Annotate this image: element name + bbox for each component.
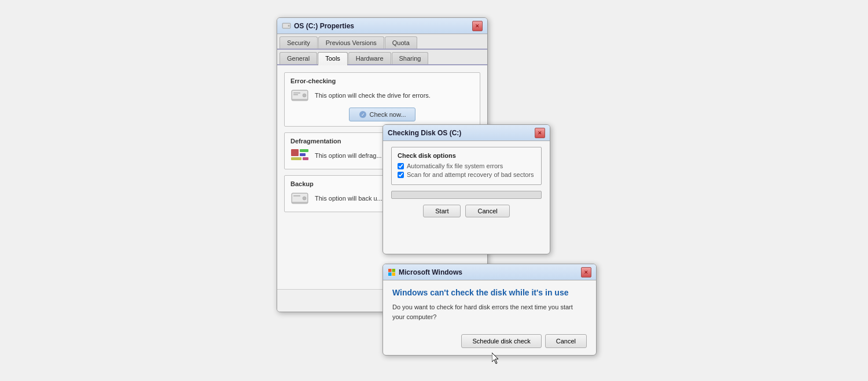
svg-rect-24	[388, 272, 392, 276]
tab-sharing[interactable]: Sharing	[392, 52, 429, 64]
check-disk-group-title: Check disk options	[398, 152, 535, 159]
drive-title-icon	[282, 22, 291, 30]
svg-rect-20	[292, 202, 307, 204]
microsoft-windows-dialog: Microsoft Windows Windows can't check th…	[382, 264, 597, 356]
check-disk-cancel-button[interactable]: Cancel	[465, 205, 509, 217]
start-button[interactable]: Start	[423, 205, 461, 217]
error-checking-section: Error-checking This option will check th…	[284, 72, 480, 127]
tab-hardware[interactable]: Hardware	[348, 52, 391, 64]
ms-dialog-cancel-button[interactable]: Cancel	[545, 334, 587, 348]
svg-rect-15	[291, 157, 301, 160]
svg-text:✓: ✓	[361, 112, 365, 117]
tab-bar-row1: Security Previous Versions Quota	[277, 34, 487, 50]
progress-bar-container	[391, 191, 542, 199]
error-checking-text: This option will check the drive for err…	[315, 91, 431, 100]
auto-fix-label: Automatically fix file system errors	[407, 162, 503, 169]
properties-title-bar: OS (C:) Properties	[277, 18, 487, 34]
ms-dialog-content: Windows can't check the disk while it's …	[383, 280, 596, 334]
svg-rect-21	[293, 195, 300, 197]
ms-dialog-heading: Windows can't check the disk while it's …	[392, 287, 587, 298]
svg-point-2	[288, 25, 290, 27]
svg-rect-12	[291, 149, 299, 156]
check-now-button[interactable]: ✓ Check now...	[349, 108, 416, 121]
windows-logo-icon	[388, 268, 396, 276]
svg-rect-14	[300, 153, 306, 156]
tab-tools[interactable]: Tools	[318, 52, 348, 65]
svg-rect-7	[292, 99, 307, 101]
svg-rect-16	[303, 157, 308, 160]
scan-sectors-checkbox[interactable]	[398, 172, 404, 178]
check-disk-title-text: Checking Disk OS (C:)	[388, 129, 461, 137]
backup-icon	[290, 191, 309, 207]
check-disk-title-bar: Checking Disk OS (C:)	[383, 125, 550, 141]
properties-title-text: OS (C:) Properties	[294, 22, 354, 30]
check-disk-group-box: Check disk options Automatically fix fil…	[391, 147, 542, 185]
checkbox-row-1: Automatically fix file system errors	[398, 162, 535, 169]
schedule-disk-check-button[interactable]: Schedule disk check	[461, 334, 541, 348]
error-checking-title: Error-checking	[290, 77, 474, 84]
ms-dialog-close-button[interactable]	[581, 267, 591, 278]
tab-general[interactable]: General	[279, 52, 317, 64]
tab-quota[interactable]: Quota	[385, 36, 417, 49]
tab-security[interactable]: Security	[279, 36, 318, 49]
svg-rect-22	[388, 269, 392, 272]
ms-dialog-body-text: Do you want to check for hard disk error…	[392, 302, 587, 321]
check-disk-dialog: Checking Disk OS (C:) Check disk options…	[382, 124, 550, 254]
svg-point-19	[303, 197, 306, 200]
svg-rect-25	[392, 272, 396, 276]
defragmentation-text: This option will defrag...	[315, 151, 382, 160]
svg-rect-3	[283, 28, 290, 29]
check-disk-content: Check disk options Automatically fix fil…	[383, 141, 550, 223]
hdd-icon	[290, 88, 309, 104]
svg-rect-13	[300, 149, 308, 152]
ms-dialog-title-bar: Microsoft Windows	[383, 264, 596, 280]
scan-sectors-label: Scan for and attempt recovery of bad sec…	[407, 171, 534, 178]
defrag-icon	[290, 148, 309, 164]
properties-close-button[interactable]	[472, 21, 483, 31]
ms-dialog-title-text: Microsoft Windows	[399, 268, 462, 276]
svg-rect-23	[392, 269, 396, 272]
tab-previous-versions[interactable]: Previous Versions	[318, 36, 384, 49]
auto-fix-checkbox[interactable]	[398, 163, 404, 169]
tab-bar-row2: General Tools Hardware Sharing	[277, 50, 487, 65]
checkbox-row-2: Scan for and attempt recovery of bad sec…	[398, 171, 535, 178]
check-disk-footer: Start Cancel	[391, 205, 542, 217]
ms-dialog-footer: Schedule disk check Cancel	[383, 334, 596, 355]
backup-text: This option will back u...	[315, 194, 382, 203]
svg-point-6	[303, 94, 306, 97]
check-disk-close-button[interactable]	[535, 128, 545, 138]
check-now-icon: ✓	[359, 110, 367, 119]
svg-rect-8	[293, 93, 300, 94]
svg-rect-9	[293, 94, 298, 95]
